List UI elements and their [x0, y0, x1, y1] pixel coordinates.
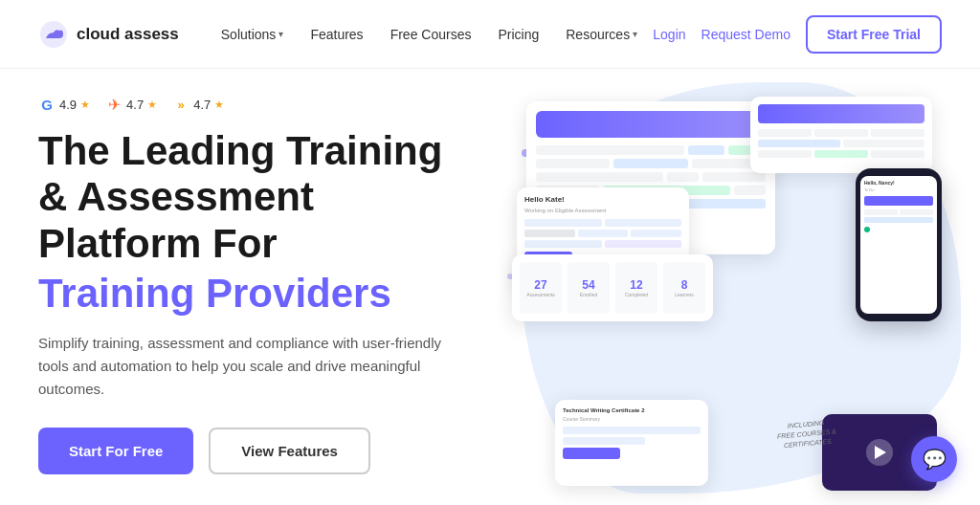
- card-row: [536, 145, 766, 155]
- login-link[interactable]: Login: [653, 27, 685, 42]
- certificate-card: Technical Writing Certificate 2 Course S…: [555, 400, 708, 486]
- enroll-header: [758, 104, 924, 123]
- nav-resources[interactable]: Resources ▾: [554, 19, 649, 50]
- logo-text: cloud assess: [77, 25, 179, 44]
- capterra-icon: ✈: [105, 96, 122, 113]
- enrollment-card: [750, 97, 932, 173]
- phone-card: Hello, Nancy! To Do: [856, 168, 942, 321]
- nav-right: Login Request Demo Start Free Trial: [653, 15, 942, 54]
- nav-solutions[interactable]: Solutions ▾: [210, 19, 296, 50]
- main-content: G 4.9 ★ ✈ 4.7 ★ » 4.7 ★ The Leading Trai…: [0, 69, 980, 505]
- hero-headline: The Leading Training & Assessment Platfo…: [38, 128, 507, 267]
- logo-icon: [38, 19, 69, 50]
- cta-buttons: Start For Free View Features: [38, 428, 507, 474]
- card-header: [536, 111, 766, 138]
- request-demo-link[interactable]: Request Demo: [702, 27, 791, 42]
- rating-capterra: ✈ 4.7 ★: [105, 96, 157, 113]
- rating-google: G 4.9 ★: [38, 96, 90, 113]
- hero-subtext: Simplify training, assessment and compli…: [38, 332, 459, 401]
- card-row: [536, 159, 766, 168]
- ratings-row: G 4.9 ★ ✈ 4.7 ★ » 4.7 ★: [38, 96, 507, 113]
- chevron-down-icon: ▾: [633, 29, 637, 39]
- card-row: [536, 172, 766, 182]
- chat-button[interactable]: 💬: [911, 436, 957, 482]
- g2-icon: »: [172, 96, 189, 113]
- google-icon: G: [38, 96, 56, 113]
- chevron-down-icon: ▾: [278, 29, 283, 39]
- start-for-free-button[interactable]: Start For Free: [38, 428, 193, 474]
- free-courses-note: INCLUDINGFREE COURSES &CERTIFICATES: [776, 417, 837, 450]
- hero-screenshots: Hello Kate! Working on Eligible Assessme…: [507, 92, 942, 505]
- chat-icon: 💬: [923, 448, 947, 471]
- play-button[interactable]: [866, 439, 893, 466]
- status-dot: [864, 227, 870, 232]
- star-icon: ★: [147, 99, 157, 111]
- start-trial-button[interactable]: Start Free Trial: [806, 15, 942, 54]
- nav-pricing[interactable]: Pricing: [486, 19, 550, 50]
- view-features-button[interactable]: View Features: [209, 428, 370, 474]
- navbar: cloud assess Solutions ▾ Features Free C…: [0, 0, 980, 69]
- rating-g2: » 4.7 ★: [172, 96, 224, 113]
- nav-features[interactable]: Features: [299, 19, 374, 50]
- nav-free-courses[interactable]: Free Courses: [379, 19, 483, 50]
- hero-headline-purple: Training Providers: [38, 271, 507, 317]
- nav-links: Solutions ▾ Features Free Courses Pricin…: [210, 19, 654, 50]
- hero-right: Hello Kate! Working on Eligible Assessme…: [507, 92, 942, 505]
- hero-left: G 4.9 ★ ✈ 4.7 ★ » 4.7 ★ The Leading Trai…: [38, 92, 507, 505]
- play-icon: [875, 446, 886, 459]
- star-icon: ★: [214, 99, 224, 111]
- star-icon: ★: [80, 99, 90, 111]
- logo[interactable]: cloud assess: [38, 19, 179, 50]
- stats-card: 27 Assessments 54 Enrolled 12 Completed …: [512, 254, 713, 321]
